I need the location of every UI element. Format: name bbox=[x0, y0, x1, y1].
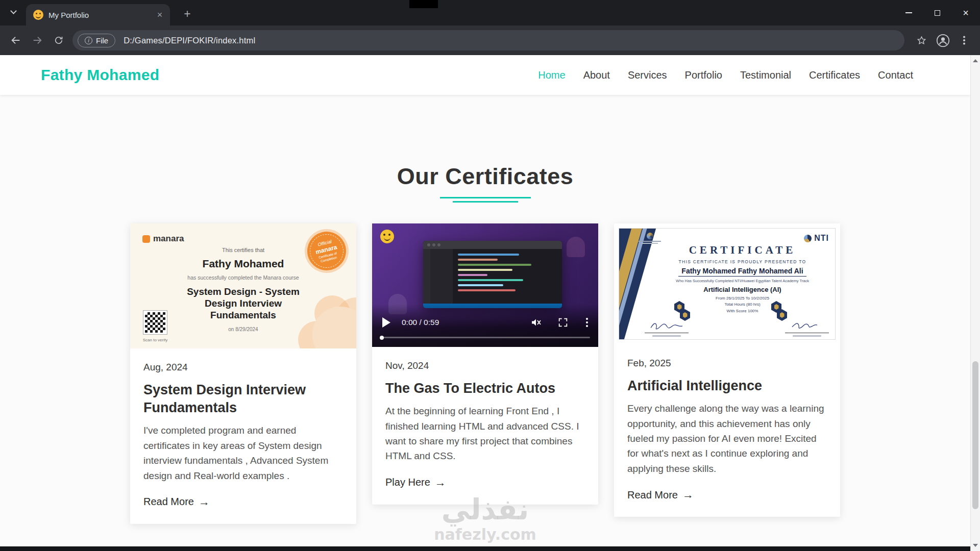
play-here-link[interactable]: Play Here → bbox=[385, 476, 446, 489]
browser-tab[interactable]: My Portfolio × bbox=[26, 4, 170, 26]
site-header: Fathy Mohamed Home About Services Portfo… bbox=[0, 55, 970, 95]
track-title: Artificial Intelligence (AI) bbox=[655, 286, 830, 293]
nav-services[interactable]: Services bbox=[628, 69, 667, 81]
video-time: 0:00 / 0:59 bbox=[402, 318, 439, 327]
url-text[interactable]: D:/Games/DEPI/FOKIR/index.html bbox=[124, 36, 255, 45]
video-controls-row: 0:00 / 0:59 bbox=[372, 312, 598, 333]
certificate-date: on 8/29/2024 bbox=[130, 327, 356, 332]
nav-certificates[interactable]: Certificates bbox=[809, 69, 860, 81]
read-more-link[interactable]: Read More → bbox=[627, 488, 694, 502]
tab-title: My Portfolio bbox=[48, 11, 154, 19]
ghost-icon bbox=[567, 237, 585, 257]
tab-search-button[interactable] bbox=[8, 9, 18, 17]
kebab-menu-icon bbox=[963, 39, 965, 41]
star-icon bbox=[916, 35, 927, 46]
card-text: Every challenge along the way was a lear… bbox=[627, 401, 827, 476]
nti-logo-text: NTI bbox=[814, 234, 829, 243]
scrollbar-thumb[interactable] bbox=[972, 361, 978, 509]
card-body: Feb, 2025 Artificial Intelligence Every … bbox=[614, 344, 840, 517]
watermark-site: nafezly.com bbox=[0, 525, 970, 543]
editor-titlebar bbox=[423, 241, 562, 249]
minimize-icon bbox=[905, 12, 912, 13]
minimize-button[interactable] bbox=[894, 0, 923, 26]
card-text: I've completed program and earned certif… bbox=[143, 423, 343, 483]
video-more-options-icon[interactable] bbox=[586, 321, 588, 323]
code-editor-window bbox=[423, 241, 562, 308]
nti-logo-icon bbox=[804, 235, 812, 242]
manara-certificate-image[interactable]: manara This certifies that Fathy Mohamed… bbox=[130, 223, 356, 348]
site-brand[interactable]: Fathy Mohamed bbox=[41, 66, 159, 84]
fullscreen-icon bbox=[557, 317, 569, 328]
nav-testimonial[interactable]: Testimonial bbox=[740, 69, 791, 81]
address-bar[interactable]: i File D:/Games/DEPI/FOKIR/index.html bbox=[72, 30, 904, 51]
nav-home[interactable]: Home bbox=[538, 69, 565, 81]
profile-button[interactable] bbox=[932, 30, 953, 51]
file-chip-label: File bbox=[96, 36, 108, 45]
reload-icon bbox=[54, 35, 64, 45]
card-title: Artificial Intelligence bbox=[627, 377, 827, 395]
bookmark-button[interactable] bbox=[911, 30, 932, 51]
nav-about[interactable]: About bbox=[583, 69, 610, 81]
info-icon: i bbox=[85, 37, 92, 44]
video-timeline[interactable] bbox=[380, 337, 590, 338]
video-player[interactable]: 0:00 / 0:59 bbox=[372, 223, 598, 347]
footer-edge bbox=[0, 546, 970, 551]
badge-line-brand: manara bbox=[315, 243, 338, 256]
certificate-card-nti: NTI CERTIFICATE THIS CERTIFICATE IS PROU… bbox=[614, 223, 840, 517]
menu-button[interactable] bbox=[953, 30, 975, 51]
card-title: System Design Interview Fundamentals bbox=[143, 381, 343, 417]
tab-close-icon[interactable]: × bbox=[154, 9, 166, 21]
forward-button[interactable] bbox=[27, 30, 48, 51]
play-button[interactable] bbox=[382, 317, 390, 328]
nti-certificate: NTI CERTIFICATE THIS CERTIFICATE IS PROU… bbox=[619, 228, 836, 340]
browser-toolbar: i File D:/Games/DEPI/FOKIR/index.html bbox=[0, 26, 980, 55]
window-controls: × bbox=[894, 0, 980, 26]
eata-badge-right bbox=[771, 301, 787, 321]
maximize-button[interactable] bbox=[923, 0, 951, 26]
timeline-knob[interactable] bbox=[380, 336, 384, 340]
close-icon: × bbox=[963, 8, 969, 18]
qr-caption: Scan to verify bbox=[138, 338, 172, 342]
back-arrow-icon bbox=[10, 35, 21, 46]
read-more-label: Read More bbox=[627, 489, 678, 501]
nav-contact[interactable]: Contact bbox=[878, 69, 913, 81]
card-body: Aug, 2024 System Design Interview Fundam… bbox=[130, 348, 356, 524]
scroll-down-arrow-icon[interactable] bbox=[973, 544, 978, 547]
new-tab-button[interactable]: + bbox=[180, 6, 195, 21]
close-button[interactable]: × bbox=[951, 0, 980, 26]
arrow-right-icon: → bbox=[682, 488, 694, 502]
ministry-logo bbox=[634, 233, 665, 244]
manara-logo-text: manara bbox=[153, 234, 184, 244]
back-button[interactable] bbox=[5, 30, 27, 51]
mute-button[interactable] bbox=[530, 316, 542, 329]
nav-portfolio[interactable]: Portfolio bbox=[685, 69, 722, 81]
fullscreen-button[interactable] bbox=[557, 317, 569, 328]
muted-speaker-icon bbox=[530, 316, 542, 329]
certificate-card-manara: manara This certifies that Fathy Mohamed… bbox=[130, 223, 356, 524]
recipient-name: Fathy Mohamed Fathy Mohamed Ali bbox=[678, 267, 806, 277]
file-scheme-chip[interactable]: i File bbox=[78, 34, 115, 47]
play-here-label: Play Here bbox=[385, 477, 430, 488]
card-body: Nov, 2024 The Gas To Electric Autos At t… bbox=[372, 347, 598, 505]
nti-logo: NTI bbox=[804, 234, 829, 243]
signature-left bbox=[645, 320, 689, 337]
badge-line-official: Official bbox=[317, 239, 332, 247]
read-more-link[interactable]: Read More → bbox=[143, 495, 210, 509]
section-title: Our Certificates bbox=[0, 163, 970, 190]
nti-certificate-title: CERTIFICATE bbox=[655, 244, 830, 257]
play-icon bbox=[382, 317, 390, 328]
browser-tabstrip: My Portfolio × + × bbox=[0, 0, 980, 26]
webpage: Fathy Mohamed Home About Services Portfo… bbox=[0, 55, 970, 551]
card-date: Nov, 2024 bbox=[385, 360, 585, 371]
card-title: The Gas To Electric Autos bbox=[385, 380, 585, 397]
editor-sidebar bbox=[430, 249, 453, 304]
page-scrollbar[interactable] bbox=[970, 55, 980, 551]
card-text: At the beginning of learning Front End ,… bbox=[385, 404, 585, 464]
forward-arrow-icon bbox=[32, 35, 43, 46]
reload-button[interactable] bbox=[48, 30, 69, 51]
scroll-up-arrow-icon[interactable] bbox=[973, 59, 978, 62]
ministry-logo-icon bbox=[647, 233, 653, 239]
editor-activity-bar bbox=[423, 249, 430, 304]
certificate-cards: manara This certifies that Fathy Mohamed… bbox=[130, 223, 841, 524]
nti-certificate-image[interactable]: NTI CERTIFICATE THIS CERTIFICATE IS PROU… bbox=[614, 223, 840, 344]
